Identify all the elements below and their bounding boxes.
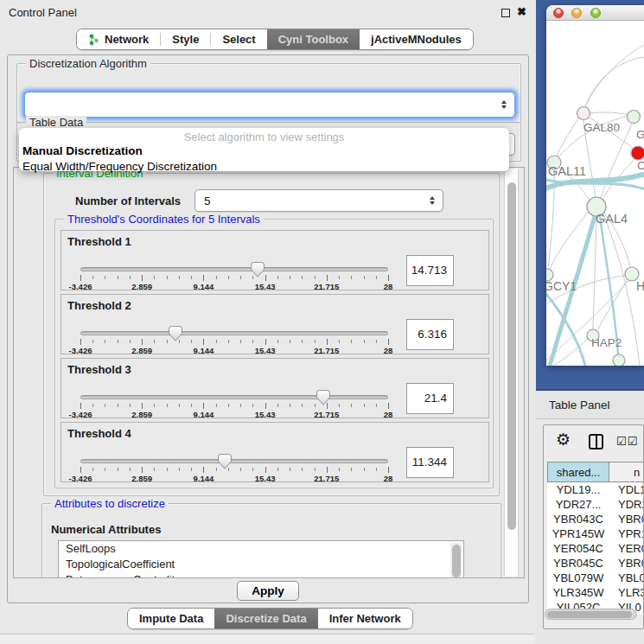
- threshold-3-slider[interactable]: -3.4262.8599.14415.4321.71528: [80, 393, 388, 418]
- scrollbar-thumb[interactable]: [507, 182, 516, 530]
- tab-infer-network[interactable]: Infer Network: [318, 609, 412, 628]
- cell[interactable]: YBL079W: [547, 571, 609, 585]
- threshold-label: Threshold 3: [67, 363, 131, 376]
- node-label: GAL11: [548, 164, 586, 178]
- column-header-name[interactable]: n: [609, 462, 644, 482]
- cell[interactable]: YBR043C: [547, 512, 609, 526]
- cyni-toolbox-panel: Discretization Algorithm Table Data galF…: [7, 54, 529, 603]
- control-panel-titlebar: Control Panel ✖: [0, 0, 534, 24]
- table-row[interactable]: YBR045CYBR0: [547, 556, 644, 571]
- threshold-4-panel: Threshold 4 -3.4262.8599.14415.4321.7152…: [61, 422, 489, 482]
- cell[interactable]: YBR0: [609, 556, 644, 571]
- tab-label: jActiveMNodules: [371, 33, 462, 46]
- node-top-right: [628, 111, 641, 124]
- intervals-combobox[interactable]: 5: [194, 189, 443, 212]
- close-button[interactable]: [553, 8, 564, 18]
- cell[interactable]: YPR1: [609, 526, 644, 541]
- gear-icon[interactable]: ⚙: [556, 430, 571, 450]
- top-tab-bar: Network Style Select Cyni Toolbox jActiv…: [76, 29, 474, 50]
- list-item[interactable]: BetweennessCentrality: [59, 572, 463, 578]
- float-window-icon[interactable]: [501, 9, 510, 17]
- threshold-value-field[interactable]: 11.344: [406, 447, 454, 478]
- apply-button[interactable]: Apply: [237, 581, 299, 601]
- table-row[interactable]: YBL079WYBL0: [547, 571, 644, 585]
- bottom-tab-bar: Impute Data Discretize Data Infer Networ…: [127, 608, 413, 629]
- threshold-4-slider[interactable]: -3.4262.8599.14415.4321.71528: [80, 457, 388, 481]
- node-red-selected: [631, 146, 644, 160]
- threshold-1-slider[interactable]: -3.4262.8599.14415.4321.71528: [80, 265, 388, 290]
- page-title: Control Panel: [9, 6, 77, 19]
- interval-definition-group: Interval Definition Number of Intervals …: [43, 173, 500, 496]
- table-row[interactable]: YDL19...YDL1: [547, 482, 644, 497]
- group-title: Discretization Algorithm: [26, 57, 150, 70]
- slider-track[interactable]: [80, 395, 388, 399]
- tab-style[interactable]: Style: [161, 29, 210, 49]
- list-scrollbar[interactable]: [450, 543, 462, 578]
- cell[interactable]: YER0: [609, 541, 644, 556]
- threshold-value-field[interactable]: 14.713: [406, 255, 454, 286]
- threshold-2-slider[interactable]: -3.4262.8599.14415.4321.71528: [80, 329, 388, 354]
- column-header-shared-name[interactable]: shared...: [547, 462, 609, 482]
- tab-label: Select: [222, 33, 255, 46]
- cell[interactable]: YBR045C: [547, 556, 609, 571]
- cell[interactable]: YLR345W: [547, 585, 609, 600]
- tab-label: Network: [105, 33, 149, 46]
- slider-track[interactable]: [80, 331, 388, 335]
- tab-network[interactable]: Network: [77, 29, 160, 49]
- tab-label: Impute Data: [139, 612, 203, 625]
- node-label: HAP2: [591, 336, 622, 349]
- split-column-icon[interactable]: [589, 434, 603, 450]
- list-item[interactable]: TopologicalCoefficient: [59, 557, 463, 572]
- network-canvas[interactable]: GAL80 GA C GAL11 GAL4 GCY1 H HAP2: [546, 21, 644, 366]
- table-row[interactable]: YPR145WYPR1: [547, 526, 644, 541]
- table-row[interactable]: YBR043CYBR0: [547, 512, 644, 526]
- algorithm-dropdown-popup: Select algorithm to view settings Manual…: [19, 128, 509, 171]
- tab-jactivemnodules[interactable]: jActiveMNodules: [360, 29, 473, 49]
- node-label: GA: [636, 128, 644, 141]
- table-header-row: shared... n: [547, 462, 644, 482]
- network-view-window[interactable]: GAL80 GA C GAL11 GAL4 GCY1 H HAP2: [546, 5, 644, 366]
- panel-scrollbar[interactable]: [504, 169, 519, 577]
- threshold-value-field[interactable]: 6.316: [406, 319, 454, 350]
- slider-scale: -3.4262.8599.14415.4321.71528: [80, 339, 388, 354]
- network-desktop: GAL80 GA C GAL11 GAL4 GCY1 H HAP2: [536, 0, 644, 391]
- attributes-list[interactable]: SelfLoops TopologicalCoefficient Between…: [58, 540, 464, 578]
- cell[interactable]: YDL1: [609, 482, 644, 497]
- scrollbar-thumb[interactable]: [452, 545, 461, 577]
- cell[interactable]: YBL0: [609, 571, 644, 585]
- dropdown-option-equal-width[interactable]: Equal Width/Frequency Discretization: [19, 159, 509, 175]
- threshold-value-field[interactable]: 21.4: [406, 383, 454, 414]
- tab-discretize-data[interactable]: Discretize Data: [214, 609, 317, 628]
- horizontal-scrollbar[interactable]: [545, 609, 637, 620]
- spinner-icon: [501, 100, 507, 109]
- dropdown-option-manual[interactable]: Manual Discretization: [19, 143, 509, 159]
- cell[interactable]: YBR0: [609, 512, 644, 526]
- cell[interactable]: YDR2: [609, 497, 644, 512]
- cell[interactable]: YPR145W: [547, 526, 609, 541]
- table-row[interactable]: YLR345WYLR3: [547, 585, 644, 600]
- window-titlebar[interactable]: [546, 5, 644, 21]
- dropdown-placeholder: Select algorithm to view settings: [19, 131, 509, 143]
- list-item[interactable]: SelfLoops: [59, 541, 463, 557]
- tab-cyni-toolbox[interactable]: Cyni Toolbox: [267, 29, 360, 49]
- threshold-label: Threshold 4: [67, 427, 131, 440]
- zoom-button[interactable]: [590, 8, 601, 18]
- tab-impute-data[interactable]: Impute Data: [128, 609, 214, 628]
- cell[interactable]: YDL19...: [547, 482, 609, 497]
- tab-label: Cyni Toolbox: [278, 33, 348, 46]
- tab-select[interactable]: Select: [211, 29, 266, 49]
- close-icon[interactable]: ✖: [517, 5, 526, 18]
- numerical-attributes-label: Numerical Attributes: [51, 523, 161, 536]
- table-row[interactable]: YER054CYER0: [547, 541, 644, 556]
- minimize-button[interactable]: [571, 8, 582, 18]
- slider-scale: -3.4262.8599.14415.4321.71528: [80, 403, 388, 418]
- slider-track[interactable]: [80, 459, 388, 463]
- table-row[interactable]: YDR27...YDR2: [547, 497, 644, 512]
- cell[interactable]: YER054C: [547, 541, 609, 556]
- cell[interactable]: YDR27...: [547, 497, 609, 512]
- slider-track[interactable]: [80, 267, 388, 271]
- checkbox-icons[interactable]: ☑☑: [616, 435, 638, 448]
- cell[interactable]: YLR3: [609, 585, 644, 600]
- scrollbar-thumb[interactable]: [547, 611, 632, 618]
- algorithm-combobox[interactable]: [24, 92, 515, 118]
